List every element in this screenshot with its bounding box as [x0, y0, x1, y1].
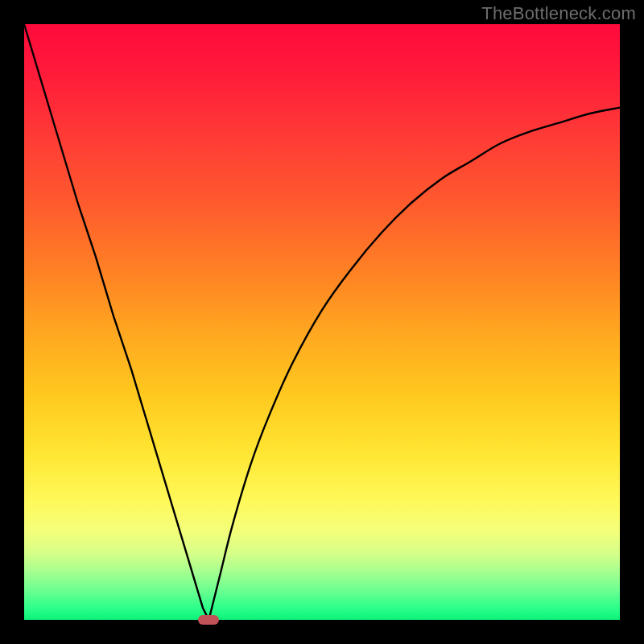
watermark-text: TheBottleneck.com [481, 3, 636, 24]
curve-right [208, 108, 620, 620]
curve-svg [24, 24, 620, 620]
min-marker [198, 615, 219, 625]
chart-frame: TheBottleneck.com [0, 0, 644, 644]
curve-left [24, 24, 208, 620]
plot-area [24, 24, 620, 620]
